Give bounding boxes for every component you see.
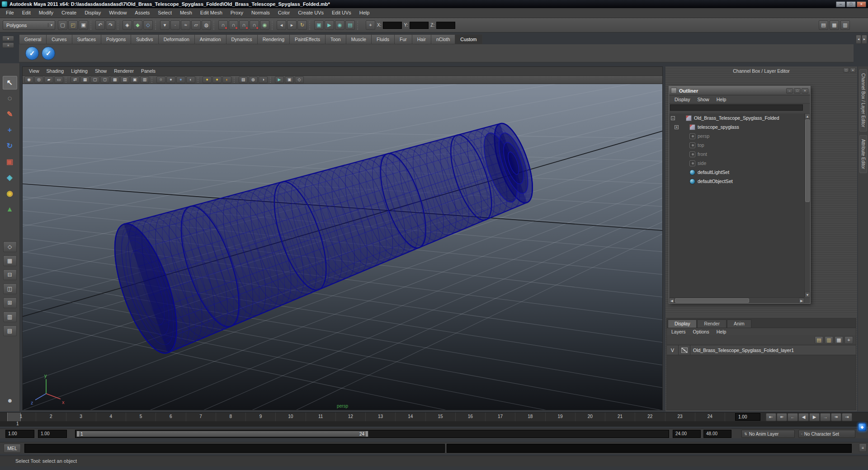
step-back-key-icon[interactable]: ↞ <box>777 413 787 421</box>
outliner-vertical-scrollbar[interactable]: ▲ ▼ <box>804 113 810 297</box>
command-language-button[interactable]: MEL <box>4 444 21 453</box>
menu-create-uvs[interactable]: Create UVs <box>294 8 328 18</box>
shelf-scroll-left-icon[interactable]: ◂ <box>856 35 861 44</box>
coord-z-input[interactable] <box>436 22 455 29</box>
timeline-tick-7[interactable]: 7 <box>186 413 216 422</box>
go-to-start-icon[interactable]: ⇤ <box>766 413 776 421</box>
mask-curves-icon[interactable]: ≈ <box>181 20 190 30</box>
pin-view-icon[interactable]: ◇ <box>295 76 304 83</box>
all-lights-icon[interactable]: ● <box>212 76 222 83</box>
scroll-right-icon[interactable]: ▶ <box>799 298 804 303</box>
undo-icon[interactable]: ↶ <box>95 20 105 30</box>
viewport-canvas[interactable]: y x z persp <box>23 84 662 410</box>
render-current-frame-icon[interactable]: ▶ <box>325 20 334 30</box>
layer-visibility-toggle[interactable]: V <box>667 345 679 355</box>
use-default-material-icon[interactable]: ◐ <box>186 76 195 83</box>
shelf-tab-rendering[interactable]: Rendering <box>258 34 290 44</box>
custom-shelf-check-1-icon[interactable]: ✓ <box>25 47 39 60</box>
playback-start-field[interactable]: 1.00 <box>38 430 67 438</box>
image-plane-icon[interactable]: ▭ <box>54 76 63 83</box>
expand-toggle-icon[interactable]: - <box>671 116 675 120</box>
current-time-field[interactable]: 1.00 <box>735 413 760 421</box>
timeline-tick-5[interactable]: 5 <box>126 413 156 422</box>
timeline-tick-2[interactable]: 2 <box>36 413 66 422</box>
layer-name[interactable]: Old_Brass_Telescope_Spyglass_Folded_laye… <box>690 348 794 353</box>
menu-mesh[interactable]: Mesh <box>176 8 196 18</box>
timeline-tick-9[interactable]: 9 <box>246 413 276 422</box>
redo-icon[interactable]: ↷ <box>106 20 115 30</box>
perspective-view[interactable] <box>23 84 662 410</box>
smooth-shade-display-icon[interactable]: ● <box>166 76 175 83</box>
coord-y-input[interactable] <box>410 22 429 29</box>
timeline-tick-6[interactable]: 6 <box>156 413 186 422</box>
film-gate-icon[interactable]: ▢ <box>90 76 99 83</box>
outliner-item-telescope-spyglass[interactable]: +telescope_spyglass <box>669 122 804 132</box>
move-tool-icon[interactable]: + <box>3 123 17 137</box>
resolution-gate-icon[interactable]: ◻ <box>100 76 109 83</box>
timeline-tick-3[interactable]: 3 <box>66 413 96 422</box>
shelf-tab-polygons[interactable]: Polygons <box>101 34 131 44</box>
new-empty-layer-icon[interactable]: ▦ <box>835 336 843 344</box>
outliner-item-defaultlightset[interactable]: defaultLightSet <box>669 168 804 177</box>
side-tab-channel-box-layer-editor[interactable]: Channel Box / Layer Editor <box>859 69 867 132</box>
outliner-item-side[interactable]: side <box>669 159 804 168</box>
timeline-tick-16[interactable]: 16 <box>456 413 486 422</box>
timeline-tick-1[interactable]: 1 <box>6 413 36 422</box>
new-scene-icon[interactable]: ▢ <box>58 20 67 30</box>
rotate-tool-icon[interactable]: ↻ <box>3 139 17 153</box>
outliner-item-top[interactable]: top <box>669 141 804 150</box>
two-d-pan-zoom-icon[interactable]: ⇄ <box>71 76 80 83</box>
soft-modification-tool-icon[interactable]: ◉ <box>3 187 17 200</box>
timeline-tick-10[interactable]: 10 <box>276 413 306 422</box>
le-tab-anim[interactable]: Anim <box>727 320 751 328</box>
open-render-view-icon[interactable]: ▣ <box>314 20 324 30</box>
close-button[interactable]: × <box>857 1 866 7</box>
range-handle-left[interactable] <box>77 431 79 437</box>
menu-help[interactable]: Help <box>355 8 374 18</box>
timeline-tick-17[interactable]: 17 <box>486 413 515 422</box>
timeline-tick-11[interactable]: 11 <box>306 413 336 422</box>
safe-action-icon[interactable]: ▣ <box>130 76 139 83</box>
safe-title-icon[interactable]: ▥ <box>140 76 149 83</box>
maximize-button[interactable]: □ <box>846 1 856 7</box>
vp-menu-renderer[interactable]: Renderer <box>110 67 137 75</box>
shelf-tab-surfaces[interactable]: Surfaces <box>72 34 101 44</box>
step-forward-frame-icon[interactable]: → <box>820 413 830 421</box>
gate-mask-icon[interactable]: ▩ <box>110 76 119 83</box>
scrollbar-thumb[interactable] <box>805 119 810 202</box>
shelf-tab-fur[interactable]: Fur <box>395 34 412 44</box>
ipr-render-icon[interactable]: ◉ <box>335 20 344 30</box>
shelf-tab-deformation[interactable]: Deformation <box>159 34 195 44</box>
bookmark-view-icon[interactable]: ▰ <box>44 76 53 83</box>
field-chart-icon[interactable]: ▤ <box>120 76 129 83</box>
outliner-item-front[interactable]: front <box>669 150 804 159</box>
outliner-item-persp[interactable]: persp <box>669 132 804 141</box>
menu-assets[interactable]: Assets <box>131 8 154 18</box>
menu-select[interactable]: Select <box>154 8 176 18</box>
range-handle-right[interactable] <box>366 431 368 437</box>
timeline-tick-14[interactable]: 14 <box>396 413 425 422</box>
le-menu-help[interactable]: Help <box>713 328 730 335</box>
playback-end-field[interactable]: 24.00 <box>673 430 701 438</box>
scroll-down-icon[interactable]: ▼ <box>805 292 810 297</box>
timeline-tick-21[interactable]: 21 <box>605 413 635 422</box>
shelf-tab-curves[interactable]: Curves <box>47 34 72 44</box>
command-input[interactable] <box>24 444 445 453</box>
select-tool-icon[interactable]: ↖ <box>3 76 17 89</box>
select-camera-icon[interactable]: ◉ <box>24 76 33 83</box>
le-tab-render[interactable]: Render <box>697 320 726 328</box>
shelf-tab-fluids[interactable]: Fluids <box>372 34 395 44</box>
coord-x-input[interactable] <box>383 22 402 29</box>
outliner-filter-input[interactable] <box>670 104 803 111</box>
vp-menu-shading[interactable]: Shading <box>43 67 68 75</box>
selection-mask-menu-icon[interactable]: ▾ <box>160 20 170 30</box>
scale-tool-icon[interactable]: ▣ <box>3 155 17 169</box>
shelf-tab-switcher-icon[interactable]: ▾ <box>2 36 14 41</box>
menu-proxy[interactable]: Proxy <box>226 8 247 18</box>
timeline-tick-20[interactable]: 20 <box>576 413 605 422</box>
shelf-tab-dynamics[interactable]: Dynamics <box>226 34 258 44</box>
minimize-button[interactable]: – <box>836 1 845 7</box>
make-live-icon[interactable]: ◉ <box>260 20 269 30</box>
range-slider-track[interactable]: 1 24 <box>75 430 669 438</box>
timeline-tick-23[interactable]: 23 <box>665 413 695 422</box>
